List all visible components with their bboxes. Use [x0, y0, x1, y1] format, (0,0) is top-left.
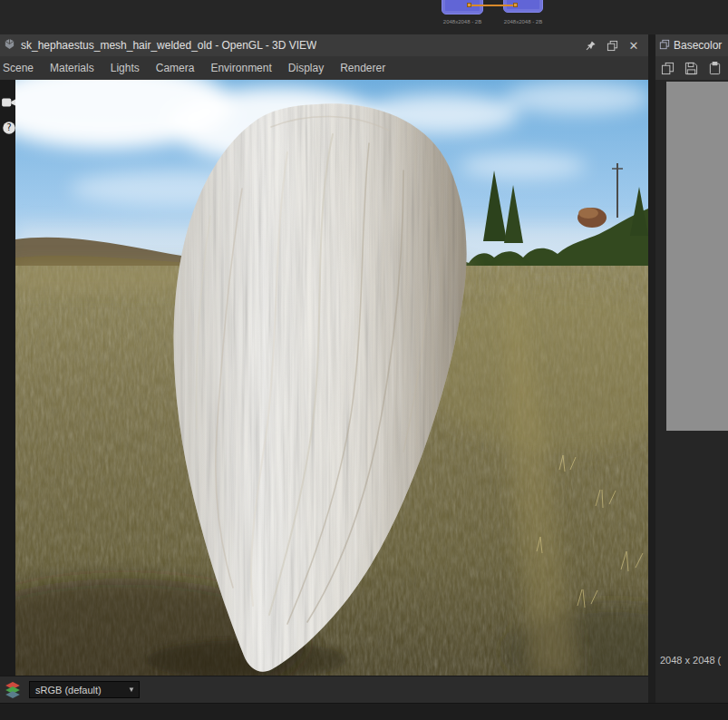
- 3d-viewport[interactable]: [15, 80, 648, 676]
- basecolor-content: 2048 x 2048 ( ▾: [655, 80, 728, 676]
- node-graph-strip: 2048x2048 - 2B 2048x2048 - 2B: [0, 0, 728, 34]
- node-thumbnail[interactable]: [442, 0, 483, 15]
- save-icon[interactable]: [684, 61, 699, 76]
- close-icon[interactable]: ✕: [623, 35, 645, 55]
- pin-icon[interactable]: [579, 35, 601, 55]
- help-icon[interactable]: ?: [1, 120, 15, 136]
- menu-display[interactable]: Display: [280, 56, 332, 80]
- menu-scene[interactable]: Scene: [0, 56, 42, 80]
- viewport-statusbar: sRGB (default) ▼: [0, 676, 648, 703]
- menu-renderer[interactable]: Renderer: [332, 56, 393, 80]
- copy-icon[interactable]: [660, 61, 675, 76]
- basecolor-panel: Basecolor 2048 x 2048 ( ▾: [655, 34, 728, 703]
- node-wire: [471, 5, 516, 6]
- node-thumbnail[interactable]: [503, 0, 543, 13]
- panel-title: Basecolor: [674, 39, 722, 52]
- basecolor-preview[interactable]: [666, 82, 728, 431]
- node-input-pip[interactable]: [513, 3, 518, 7]
- menu-environment[interactable]: Environment: [202, 56, 279, 80]
- menu-lights[interactable]: Lights: [102, 56, 148, 80]
- rock: [578, 208, 607, 228]
- application-window: 2048x2048 - 2B 2048x2048 - 2B sk_hephaes…: [0, 0, 728, 720]
- colorspace-dropdown[interactable]: sRGB (default) ▼: [29, 681, 140, 698]
- panel-divider[interactable]: [648, 34, 655, 703]
- camera-icon[interactable]: [1, 94, 15, 111]
- layers-icon[interactable]: [5, 682, 21, 698]
- chevron-down-icon: ▼: [124, 686, 139, 694]
- menu-camera[interactable]: Camera: [148, 56, 203, 80]
- texture-resolution-label: 2048 x 2048 (: [660, 655, 721, 666]
- 3d-scene-canvas[interactable]: [15, 80, 648, 676]
- float-window-icon[interactable]: [601, 35, 623, 55]
- node-size-label: 2048x2048 - 2B: [442, 19, 483, 24]
- 3d-view-titlebar[interactable]: sk_hephaestus_mesh_hair_welded_old - Ope…: [0, 34, 648, 56]
- bottom-strip: [0, 703, 728, 720]
- window-title: sk_hephaestus_mesh_hair_welded_old - Ope…: [21, 39, 316, 52]
- colorspace-value: sRGB (default): [30, 685, 124, 696]
- node-size-label: 2048x2048 - 2B: [502, 19, 544, 24]
- cube-icon: [4, 37, 15, 54]
- left-toolbar: ?: [0, 80, 15, 676]
- svg-text:?: ?: [6, 122, 11, 132]
- basecolor-panel-titlebar[interactable]: Basecolor: [655, 34, 728, 56]
- paste-icon[interactable]: [707, 61, 723, 76]
- menu-materials[interactable]: Materials: [42, 56, 102, 80]
- node-output-pip[interactable]: [467, 3, 471, 7]
- 3d-view-menubar: Scene Materials Lights Camera Environmen…: [0, 56, 648, 80]
- windows-icon: [659, 37, 670, 54]
- basecolor-toolbar: [655, 56, 728, 80]
